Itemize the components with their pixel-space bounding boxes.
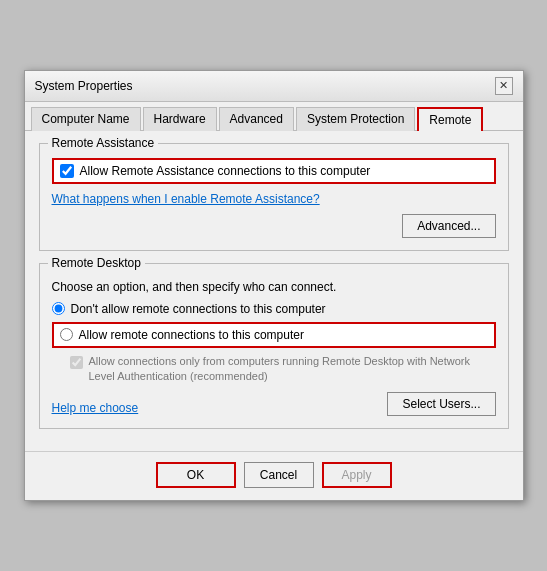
- dont-allow-radio-row: Don't allow remote connections to this c…: [52, 302, 496, 316]
- remote-desktop-label: Remote Desktop: [48, 256, 145, 270]
- allow-remote-label: Allow remote connections to this compute…: [79, 328, 304, 342]
- window-title: System Properties: [35, 79, 133, 93]
- tab-computer-name[interactable]: Computer Name: [31, 107, 141, 131]
- nla-checkbox-row: Allow connections only from computers ru…: [70, 354, 496, 385]
- ok-button[interactable]: OK: [156, 462, 236, 488]
- nla-label: Allow connections only from computers ru…: [89, 354, 496, 385]
- tab-advanced[interactable]: Advanced: [219, 107, 294, 131]
- apply-button[interactable]: Apply: [322, 462, 392, 488]
- remote-assistance-help-link[interactable]: What happens when I enable Remote Assist…: [52, 192, 496, 206]
- select-users-button[interactable]: Select Users...: [387, 392, 495, 416]
- allow-remote-assistance-checkbox[interactable]: [60, 164, 74, 178]
- allow-remote-assistance-text: Allow Remote Assistance connections to t…: [80, 164, 371, 178]
- remote-assistance-group: Remote Assistance Allow Remote Assistanc…: [39, 143, 509, 251]
- tab-remote[interactable]: Remote: [417, 107, 483, 131]
- system-properties-dialog: System Properties ✕ Computer Name Hardwa…: [24, 70, 524, 502]
- help-me-choose-link[interactable]: Help me choose: [52, 401, 139, 415]
- remote-desktop-desc: Choose an option, and then specify who c…: [52, 280, 496, 294]
- cancel-button[interactable]: Cancel: [244, 462, 314, 488]
- content-area: Remote Assistance Allow Remote Assistanc…: [25, 131, 523, 452]
- close-button[interactable]: ✕: [495, 77, 513, 95]
- allow-remote-radio[interactable]: [60, 328, 73, 341]
- dialog-footer: OK Cancel Apply: [25, 451, 523, 500]
- nla-checkbox: [70, 356, 83, 369]
- dont-allow-label: Don't allow remote connections to this c…: [71, 302, 326, 316]
- dont-allow-radio[interactable]: [52, 302, 65, 315]
- advanced-button[interactable]: Advanced...: [402, 214, 495, 238]
- title-bar: System Properties ✕: [25, 71, 523, 102]
- remote-assistance-label: Remote Assistance: [48, 136, 159, 150]
- tab-system-protection[interactable]: System Protection: [296, 107, 415, 131]
- allow-radio-row: Allow remote connections to this compute…: [52, 322, 496, 348]
- remote-desktop-bottom-row: Help me choose Select Users...: [52, 392, 496, 416]
- tab-hardware[interactable]: Hardware: [143, 107, 217, 131]
- advanced-btn-row: Advanced...: [52, 214, 496, 238]
- tab-bar: Computer Name Hardware Advanced System P…: [25, 102, 523, 131]
- allow-remote-assistance-row: Allow Remote Assistance connections to t…: [52, 158, 496, 184]
- remote-desktop-group: Remote Desktop Choose an option, and the…: [39, 263, 509, 430]
